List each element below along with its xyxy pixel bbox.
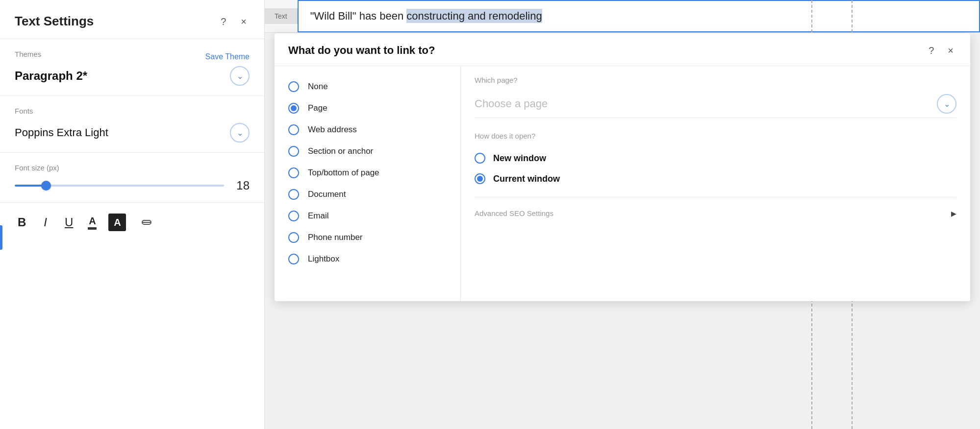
text-preview-content: "Wild Bill" has been constructing and re… [298, 0, 980, 32]
link-option-email[interactable]: Email [275, 205, 460, 227]
page-placeholder: Choose a page [475, 97, 548, 110]
themes-header-row: Themes Save Theme [15, 50, 250, 63]
font-size-slider-container [15, 180, 224, 191]
font-size-section: Font size (px) 18 [0, 153, 264, 203]
link-dialog-body: None Page Web address Section or anchor [275, 66, 970, 301]
radio-document [288, 189, 299, 200]
radio-current-window [475, 173, 485, 184]
panel-title: Text Settings [15, 14, 218, 29]
theme-dropdown-chevron[interactable]: ⌄ [230, 66, 250, 86]
panel-header: Text Settings ? × [0, 0, 264, 39]
save-theme-button[interactable]: Save Theme [205, 51, 250, 62]
font-size-label: Font size (px) [15, 164, 250, 172]
theme-dropdown-row: Paragraph 2* ⌄ [15, 66, 250, 86]
close-button[interactable]: × [238, 16, 250, 27]
link-button[interactable] [138, 217, 155, 228]
advanced-arrow-icon: ▶ [951, 210, 956, 217]
page-dropdown-chevron[interactable]: ⌄ [937, 94, 956, 114]
link-options-list: None Page Web address Section or anchor [275, 66, 461, 301]
link-dialog-title: What do you want to link to? [288, 44, 926, 57]
settings-divider [475, 197, 956, 197]
link-dialog: What do you want to link to? ? × None Pa… [275, 33, 970, 301]
radio-anchor [288, 146, 299, 157]
fonts-section: Fonts Poppins Extra Light ⌄ [0, 96, 264, 153]
radio-phone [288, 232, 299, 243]
underline-button[interactable]: U [62, 214, 76, 231]
current-window-label: Current window [493, 174, 560, 184]
radio-none [288, 81, 299, 92]
themes-section: Themes Save Theme Paragraph 2* ⌄ [0, 39, 264, 96]
link-dialog-icons: ? × [926, 45, 956, 56]
blue-indicator [0, 225, 2, 250]
link-option-document[interactable]: Document [275, 184, 460, 205]
radio-phone-label: Phone number [308, 233, 363, 242]
selected-theme-value: Paragraph 2* [15, 69, 87, 83]
text-settings-panel: Text Settings ? × Themes Save Theme Para… [0, 0, 265, 429]
open-option-new-window[interactable]: New window [475, 148, 956, 168]
link-option-phone[interactable]: Phone number [275, 227, 460, 248]
slider-thumb[interactable] [41, 181, 51, 191]
radio-web-label: Web address [308, 125, 357, 135]
radio-page [288, 103, 299, 114]
radio-topbottom-label: Top/bottom of page [308, 168, 379, 178]
text-highlighted: constructing and remodeling [406, 9, 542, 23]
page-dropdown[interactable]: Choose a page ⌄ [475, 90, 956, 118]
fonts-label: Fonts [15, 107, 33, 115]
radio-email [288, 211, 299, 221]
link-dialog-header: What do you want to link to? ? × [275, 33, 970, 66]
link-option-topbottom[interactable]: Top/bottom of page [275, 162, 460, 184]
radio-web [288, 124, 299, 135]
link-option-none[interactable]: None [275, 76, 460, 97]
radio-email-label: Email [308, 211, 329, 221]
text-tab: Text [265, 8, 298, 24]
right-area: Text "Wild Bill" has been constructing a… [265, 0, 980, 429]
italic-button[interactable]: I [41, 214, 50, 231]
bold-button[interactable]: B [15, 214, 29, 231]
link-option-page[interactable]: Page [275, 97, 460, 119]
text-color-button[interactable]: A [88, 215, 97, 230]
link-option-lightbox[interactable]: Lightbox [275, 248, 460, 270]
link-settings-panel: Which page? Choose a page ⌄ How does it … [461, 66, 970, 301]
new-window-label: New window [493, 153, 546, 164]
radio-page-label: Page [308, 103, 327, 113]
font-dropdown-chevron[interactable]: ⌄ [230, 123, 250, 143]
how-open-label: How does it open? [475, 132, 956, 140]
link-icon-svg [141, 219, 152, 226]
link-option-web[interactable]: Web address [275, 119, 460, 141]
help-button[interactable]: ? [218, 16, 229, 27]
link-dialog-help-button[interactable]: ? [926, 45, 937, 56]
advanced-seo-row[interactable]: Advanced SEO Settings ▶ [475, 205, 956, 221]
themes-label: Themes [15, 50, 41, 58]
radio-lightbox-label: Lightbox [308, 254, 339, 264]
link-option-anchor[interactable]: Section or anchor [275, 141, 460, 162]
font-size-value: 18 [232, 179, 250, 192]
font-size-slider-row: 18 [15, 179, 250, 192]
radio-new-window [475, 153, 485, 164]
radio-none-label: None [308, 82, 328, 92]
radio-anchor-label: Section or anchor [308, 146, 373, 156]
font-dropdown-row: Poppins Extra Light ⌄ [15, 123, 250, 143]
panel-header-icons: ? × [218, 16, 250, 27]
color-dot [88, 227, 97, 230]
which-page-label: Which page? [475, 76, 956, 84]
text-before: "Wild Bill" has been [310, 10, 407, 22]
radio-document-label: Document [308, 190, 346, 199]
radio-topbottom [288, 167, 299, 178]
radio-lightbox [288, 254, 299, 264]
link-dialog-close-button[interactable]: × [945, 45, 956, 56]
advanced-seo-label: Advanced SEO Settings [475, 209, 553, 217]
format-toolbar: B I U A A [0, 203, 264, 242]
highlight-button[interactable]: A [108, 214, 126, 231]
selected-font-value: Poppins Extra Light [15, 126, 108, 139]
slider-track [15, 185, 224, 187]
open-option-current-window[interactable]: Current window [475, 168, 956, 189]
fonts-header-row: Fonts [15, 107, 250, 120]
text-bar: Text "Wild Bill" has been constructing a… [265, 0, 980, 33]
